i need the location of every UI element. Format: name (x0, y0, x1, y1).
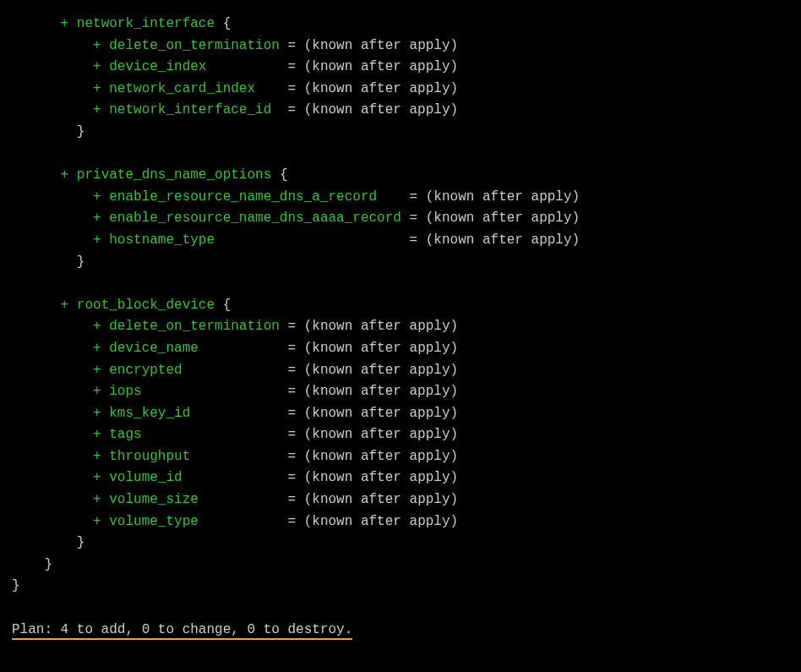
attr-line: + enable_resource_name_dns_a_record = (k… (12, 187, 789, 209)
attr-value: (known after apply) (304, 427, 458, 442)
attr-line: + hostname_type = (known after apply) (12, 230, 789, 252)
attr-value: (known after apply) (426, 232, 580, 248)
block-close: } (12, 252, 789, 274)
attr-key: volume_id (109, 470, 182, 485)
attr-line: + delete_on_termination = (known after a… (12, 316, 789, 338)
attr-key: network_card_index (109, 81, 255, 96)
block-close: } (12, 533, 789, 555)
attr-key: delete_on_termination (109, 38, 280, 53)
attr-line: + network_card_index = (known after appl… (12, 79, 789, 101)
attr-line: + throughput = (known after apply) (12, 446, 789, 468)
attr-line: + network_interface_id = (known after ap… (12, 100, 789, 122)
outer-close: } (12, 555, 789, 576)
attr-value: (known after apply) (304, 384, 458, 399)
attr-key: network_interface_id (109, 102, 271, 117)
attr-key: delete_on_termination (109, 319, 280, 334)
attr-value: (known after apply) (304, 470, 458, 485)
attr-line: + volume_id = (known after apply) (12, 467, 789, 489)
attr-line: + iops = (known after apply) (12, 381, 789, 403)
attr-value: (known after apply) (304, 38, 458, 53)
attr-key: volume_type (109, 514, 199, 529)
attr-line: + delete_on_termination = (known after a… (12, 36, 789, 57)
attr-line: + volume_type = (known after apply) (12, 511, 789, 533)
attr-value: (known after apply) (426, 189, 580, 205)
attr-line: + device_name = (known after apply) (12, 338, 789, 360)
attr-key: device_index (109, 59, 206, 74)
attr-key: throughput (109, 449, 190, 464)
attr-key: iops (109, 384, 141, 399)
blank-line (12, 144, 789, 166)
attr-value: (known after apply) (304, 341, 458, 356)
plan-summary-line: Plan: 4 to add, 0 to change, 0 to destro… (12, 620, 789, 642)
attr-line: + tags = (known after apply) (12, 424, 789, 446)
attr-key: kms_key_id (109, 406, 190, 421)
attr-value: (known after apply) (304, 514, 458, 529)
attr-value: (known after apply) (304, 81, 458, 96)
plan-summary: Plan: 4 to add, 0 to change, 0 to destro… (12, 622, 352, 640)
attr-key: device_name (109, 341, 199, 356)
attr-value: (known after apply) (304, 319, 458, 334)
attr-value: (known after apply) (304, 59, 458, 74)
attr-key: volume_size (109, 492, 199, 507)
block-name: root_block_device (77, 298, 215, 313)
terminal-output: + network_interface { + delete_on_termin… (0, 0, 801, 658)
attr-key: tags (109, 427, 141, 442)
block-open-root_block_device: + root_block_device { (12, 295, 789, 317)
attr-key: enable_resource_name_dns_a_record (109, 189, 377, 205)
outer-close: } (12, 576, 789, 598)
block-name: network_interface (77, 16, 215, 31)
attr-line: + kms_key_id = (known after apply) (12, 403, 789, 425)
attr-line: + volume_size = (known after apply) (12, 489, 789, 511)
attr-value: (known after apply) (304, 102, 458, 117)
block-close: } (12, 122, 789, 144)
block-open-network_interface: + network_interface { (12, 14, 789, 36)
attr-key: enable_resource_name_dns_aaaa_record (109, 210, 401, 226)
attr-value: (known after apply) (304, 492, 458, 507)
attr-line: + encrypted = (known after apply) (12, 360, 789, 382)
attr-value: (known after apply) (304, 449, 458, 464)
blank-line (12, 273, 789, 295)
attr-key: encrypted (109, 363, 182, 378)
attr-value: (known after apply) (426, 210, 580, 226)
attr-line: + enable_resource_name_dns_aaaa_record =… (12, 208, 789, 230)
block-open-private_dns_name_options: + private_dns_name_options { (12, 165, 789, 187)
attr-value: (known after apply) (304, 363, 458, 378)
block-name: private_dns_name_options (77, 167, 271, 183)
blank-line (12, 598, 789, 620)
attr-key: hostname_type (109, 232, 215, 248)
attr-value: (known after apply) (304, 406, 458, 421)
attr-line: + device_index = (known after apply) (12, 57, 789, 79)
